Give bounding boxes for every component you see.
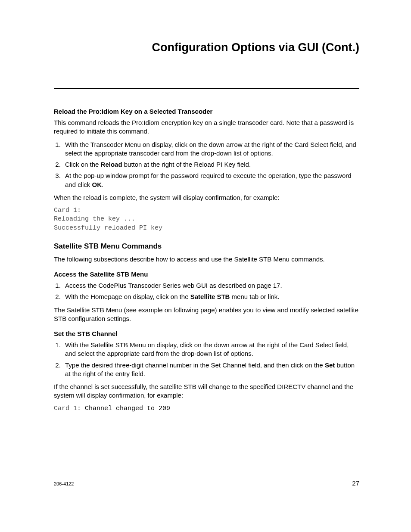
page-number: 27 (352, 479, 359, 487)
ordered-list-reload: With the Transcoder Menu on display, cli… (54, 140, 359, 189)
page-title: Configuration Options via GUI (Cont.) (54, 41, 359, 54)
list-item: With the Satellite STB Menu on display, … (62, 341, 359, 358)
bold-text: Reload (101, 161, 122, 168)
page-footer: 206-4122 27 (54, 479, 359, 487)
text: Type the desired three-digit channel num… (65, 361, 325, 369)
code-block-reload: Card 1: Reloading the key ... Successful… (54, 206, 359, 233)
paragraph: If the channel is set successfully, the … (54, 383, 359, 400)
bold-text: Set (325, 361, 335, 369)
document-number: 206-4122 (54, 481, 74, 486)
section-heading-access-stb: Access the Satellite STB Menu (54, 271, 359, 278)
text: At the pop-up window prompt for the pass… (65, 172, 352, 188)
bold-text: OK (92, 181, 102, 188)
list-item: Type the desired three-digit channel num… (62, 361, 359, 379)
text: With the Homepage on display, click on t… (65, 293, 190, 300)
paragraph: This command reloads the Pro:Idiom encry… (54, 118, 359, 136)
bold-text: Satellite STB (190, 293, 230, 300)
ordered-list-access: Access the CodePlus Transcoder Series we… (54, 281, 359, 302)
list-item: Click on the Reload button at the right … (62, 160, 359, 169)
paragraph: The Satellite STB Menu (see example on f… (54, 306, 359, 324)
title-divider (54, 88, 359, 89)
list-item: With the Transcoder Menu on display, cli… (62, 140, 359, 158)
list-item: Access the CodePlus Transcoder Series we… (62, 281, 359, 290)
paragraph: The following subsections describe how t… (54, 255, 359, 264)
list-item: At the pop-up window prompt for the pass… (62, 171, 359, 189)
section-heading-stb-commands: Satellite STB Menu Commands (54, 242, 359, 251)
text: Click on the (65, 161, 101, 168)
document-page: Configuration Options via GUI (Cont.) Re… (0, 0, 411, 532)
list-item: With the Homepage on display, click on t… (62, 292, 359, 301)
text: button at the right of the Reload PI Key… (122, 161, 251, 168)
text: menu tab or link. (230, 293, 279, 300)
text: Card 1: (54, 405, 81, 412)
ordered-list-set-channel: With the Satellite STB Menu on display, … (54, 341, 359, 378)
paragraph: When the reload is complete, the system … (54, 193, 359, 202)
section-heading-set-channel: Set the STB Channel (54, 330, 359, 337)
text: . (102, 181, 103, 188)
section-heading-reload: Reload the Pro:Idiom Key on a Selected T… (54, 108, 359, 115)
text: Channel changed to 209 (81, 405, 170, 412)
code-block-channel: Card 1: Channel changed to 209 (54, 404, 359, 413)
